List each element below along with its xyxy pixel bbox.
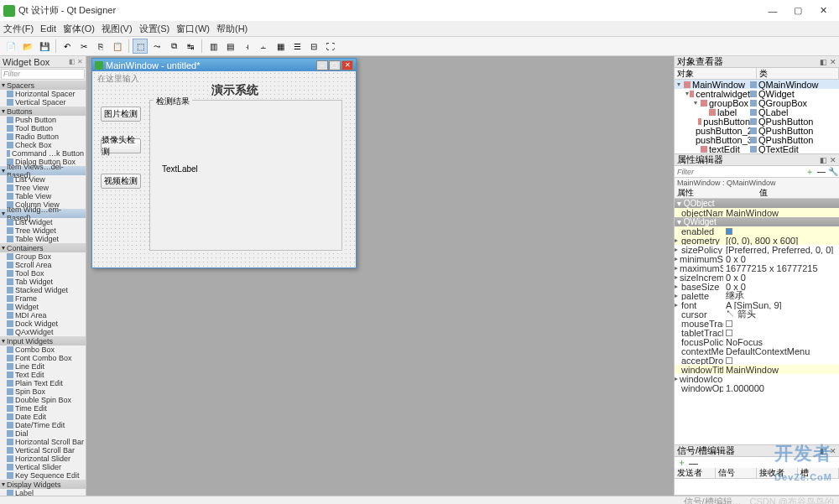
object-row[interactable]: pushButton_3QPushButton — [675, 135, 839, 144]
widget-item[interactable]: Label — [0, 489, 86, 496]
widget-item[interactable]: QAxWidget — [0, 328, 86, 336]
remove-signal-icon[interactable]: — — [689, 458, 698, 468]
minimize-button[interactable]: — — [760, 3, 785, 19]
widget-item[interactable]: Date/Time Edit — [0, 421, 86, 429]
form-close-button[interactable]: ✕ — [341, 60, 353, 70]
layout-break-icon[interactable]: ⊟ — [306, 39, 321, 54]
result-groupbox[interactable]: 检测结果 TextLabel — [149, 100, 342, 251]
sig-col[interactable]: 槽 — [798, 468, 839, 478]
cut-icon[interactable]: ✂ — [76, 39, 91, 54]
object-row[interactable]: pushButton_2QPushButton — [675, 126, 839, 135]
widget-item[interactable]: Text Edit — [0, 371, 86, 379]
menu-item[interactable]: 视图(V) — [102, 23, 133, 35]
form-body[interactable]: 在这里输入 演示系统 图片检测 摄像头检测 视频检测 检测结果 TextLabe… — [92, 71, 356, 268]
property-row[interactable]: mouseTrac... — [675, 319, 839, 328]
property-row[interactable]: contextMe...DefaultContextMenu — [675, 346, 839, 356]
layout-vsplit-icon[interactable]: ⫠ — [256, 39, 271, 54]
edit-buddies-icon[interactable]: ⧉ — [166, 39, 181, 54]
widget-item[interactable]: Stacked Widget — [0, 286, 86, 294]
property-row[interactable]: enabled — [675, 226, 839, 236]
widget-item[interactable]: Table View — [0, 192, 86, 200]
widget-item[interactable]: Tree View — [0, 184, 86, 192]
property-group[interactable]: ▾ QObject — [675, 199, 839, 208]
widget-item[interactable]: Table Widget — [0, 235, 86, 243]
form-maximize-button[interactable]: ▢ — [329, 60, 341, 70]
widget-item[interactable]: Scroll Area — [0, 261, 86, 269]
copy-icon[interactable]: ⎘ — [93, 39, 108, 54]
property-row[interactable]: tabletTrack... — [675, 328, 839, 337]
menu-item[interactable]: 设置(S) — [139, 23, 170, 35]
widget-item[interactable]: Font Combo Box — [0, 354, 86, 362]
widget-category[interactable]: ▾Containers — [0, 243, 86, 252]
object-row[interactable]: pushButtonQPushButton — [675, 117, 839, 126]
object-row[interactable]: textEditQTextEdit — [675, 144, 839, 153]
config-property-icon[interactable]: 🔧 — [827, 167, 839, 177]
design-canvas[interactable]: MainWindow - untitled* – ▢ ✕ 在这里输入 演示系统 … — [86, 56, 674, 496]
widget-category[interactable]: ▾Item Views…del-Based) — [0, 166, 86, 175]
layout-grid-icon[interactable]: ▦ — [273, 39, 288, 54]
property-row[interactable]: windowTitleMainWindow — [675, 365, 839, 374]
property-group[interactable]: ▾ QWidget — [675, 217, 839, 226]
maximize-button[interactable]: ▢ — [785, 3, 810, 19]
demo-heading[interactable]: 演示系统 — [176, 83, 294, 98]
widget-item[interactable]: Tab Widget — [0, 278, 86, 286]
button-camera-detect[interactable]: 摄像头检测 — [101, 138, 141, 153]
prop-col-value[interactable]: 值 — [757, 188, 839, 198]
widget-item[interactable]: Horizontal Spacer — [0, 90, 86, 98]
widget-item[interactable]: Dock Widget — [0, 320, 86, 328]
sig-col[interactable]: 发送者 — [675, 468, 716, 478]
object-row[interactable]: labelQLabel — [675, 107, 839, 117]
property-row[interactable]: windowOp...1.000000 — [675, 383, 839, 392]
property-row[interactable]: focusPolicyNoFocus — [675, 337, 839, 346]
save-icon[interactable]: 💾 — [37, 39, 52, 54]
menu-item[interactable]: 帮助(H) — [216, 23, 248, 35]
property-row[interactable]: acceptDrops — [675, 356, 839, 365]
edit-signals-icon[interactable]: ⤳ — [149, 39, 164, 54]
widget-item[interactable]: Double Spin Box — [0, 396, 86, 404]
dock-controls[interactable]: ◧ ✕ — [69, 58, 83, 65]
widget-item[interactable]: Group Box — [0, 252, 86, 261]
remove-property-icon[interactable]: — — [816, 167, 827, 177]
property-row[interactable]: ▸minimumSi...0 x 0 — [675, 254, 839, 263]
object-row[interactable]: ▾groupBoxQGroupBox — [675, 98, 839, 107]
layout-h-icon[interactable]: ▥ — [206, 39, 221, 54]
menu-item[interactable]: 窗体(O) — [63, 23, 95, 35]
widget-item[interactable]: Horizontal Slider — [0, 455, 86, 463]
widget-item[interactable]: Key Sequence Edit — [0, 471, 86, 480]
obj-col-class[interactable]: 类 — [757, 68, 839, 79]
property-row[interactable]: ▸sizeIncrem...0 x 0 — [675, 273, 839, 282]
widget-category[interactable]: ▾Display Widgets — [0, 480, 86, 489]
property-row[interactable]: ▸geometry[(0, 0), 800 x 600] — [675, 236, 839, 245]
dock-controls[interactable]: ◧ ✕ — [820, 156, 836, 164]
widget-item[interactable]: Tool Box — [0, 269, 86, 278]
layout-form-icon[interactable]: ☰ — [289, 39, 305, 54]
prop-col-name[interactable]: 属性 — [675, 188, 757, 198]
property-row[interactable]: ▸sizePolicy[Preferred, Preferred, 0, 0] — [675, 245, 839, 254]
form-window[interactable]: MainWindow - untitled* – ▢ ✕ 在这里输入 演示系统 … — [91, 58, 357, 268]
menu-item[interactable]: Edit — [40, 23, 56, 34]
button-video-detect[interactable]: 视频检测 — [101, 174, 141, 189]
close-button[interactable]: ✕ — [810, 3, 836, 19]
widget-category[interactable]: ▾Buttons — [0, 107, 86, 116]
widget-item[interactable]: Dial — [0, 429, 86, 438]
edit-tab-icon[interactable]: ↹ — [183, 39, 198, 54]
widget-item[interactable]: Time Edit — [0, 404, 86, 413]
property-filter[interactable] — [675, 167, 804, 177]
widget-item[interactable]: Push Button — [0, 116, 86, 124]
widget-item[interactable]: Tool Button — [0, 124, 86, 132]
widget-category[interactable]: ▾Item Widg…em-Based) — [0, 209, 86, 218]
widget-item[interactable]: Radio Button — [0, 132, 86, 141]
property-row[interactable]: cursor↖ 箭头 — [675, 309, 839, 319]
signal-slot-editor[interactable]: ＋ — 发送者信号接收者槽 — [675, 457, 839, 495]
property-row[interactable]: ▸windowIcon — [675, 374, 839, 383]
menu-item[interactable]: 文件(F) — [3, 23, 34, 35]
menu-placeholder[interactable]: 在这里输入 — [97, 73, 139, 85]
widget-item[interactable]: Vertical Slider — [0, 463, 86, 471]
layout-hsplit-icon[interactable]: ⫞ — [239, 39, 254, 54]
widget-item[interactable]: Vertical Spacer — [0, 98, 86, 107]
dock-controls[interactable]: ◧ ✕ — [820, 447, 836, 455]
widget-category[interactable]: ▾Input Widgets — [0, 336, 86, 346]
widget-item[interactable]: Line Edit — [0, 362, 86, 371]
new-icon[interactable]: 📄 — [3, 39, 18, 54]
widget-item[interactable]: Plain Text Edit — [0, 379, 86, 387]
